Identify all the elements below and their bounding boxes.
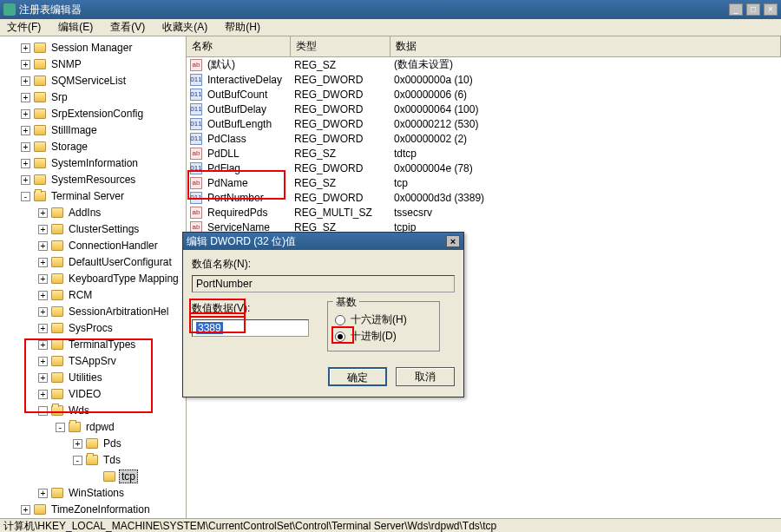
value-row[interactable]: 011 PdClass REG_DWORD 0x00000002 (2) [187,131,781,146]
value-row[interactable]: 011 PdFlag REG_DWORD 0x0000004e (78) [187,161,781,175]
col-data[interactable]: 数据 [390,36,781,56]
folder-icon [51,290,63,300]
value-row[interactable]: ab PdName REG_SZ tcp [187,175,781,190]
tree-expander[interactable]: + [38,390,48,399]
tree-item[interactable]: + DefaultUserConfigurat [2,255,175,269]
tree-expander[interactable]: + [38,274,48,284]
col-type[interactable]: 类型 [291,36,390,56]
tree-expander[interactable]: + [21,505,30,515]
tree-item[interactable]: + TSAppSrv [2,354,120,368]
tree-item[interactable]: + ClusterSettings [2,222,142,236]
tree-item[interactable]: + Session Manager [2,41,135,55]
tree-item[interactable]: + SNMP [2,57,85,71]
tree-item[interactable]: tcp [2,470,140,483]
dialog-close-button[interactable]: × [446,235,460,247]
value-data: 0x00000064 (100) [389,103,781,115]
tree-expander[interactable]: + [38,225,48,234]
menu-help[interactable]: 帮助(H) [221,18,264,36]
radio-hex[interactable]: 十六进制(H) [335,312,432,327]
tree-item[interactable]: + SystemInformation [2,156,141,170]
value-row[interactable]: 011 OutBufCount REG_DWORD 0x00000006 (6) [187,87,781,102]
tree-expander[interactable]: + [38,208,48,218]
tree-item[interactable]: + SrpExtensionConfig [2,107,147,121]
tree-expander[interactable]: + [38,241,48,251]
folder-icon [51,389,63,399]
tree-expander[interactable]: + [21,175,30,185]
tree-expander[interactable]: + [21,159,30,168]
tree-expander[interactable]: + [21,126,30,135]
tree-item[interactable]: + ConnectionHandler [2,239,161,253]
menu-bar: 文件(F) 编辑(E) 查看(V) 收藏夹(A) 帮助(H) [0,19,781,36]
value-row[interactable]: ab (默认) REG_SZ (数值未设置) [187,57,781,72]
registry-tree[interactable]: + Session Manager + SNMP + SQMServiceLis… [0,36,187,518]
tree-expander[interactable]: + [21,93,30,102]
tree-item[interactable]: + SessionArbitrationHel [2,305,172,319]
tree-expander[interactable]: + [38,340,48,350]
tree-expander[interactable]: + [38,324,48,333]
tree-item[interactable]: + Utilities [2,371,106,384]
tree-item[interactable]: - Terminal Server [2,189,128,203]
tree-expander[interactable]: + [38,291,48,300]
folder-icon [34,504,46,515]
folder-icon [51,224,63,234]
tree-label: StillImage [49,124,99,136]
ok-button[interactable]: 确定 [328,367,387,386]
value-row[interactable]: 011 OutBufDelay REG_DWORD 0x00000064 (10… [187,102,781,116]
tree-item[interactable]: + Pds [2,437,125,450]
value-name: (默认) [202,57,289,72]
tree-item[interactable]: + TimeZoneInformation [2,502,154,516]
menu-view[interactable]: 查看(V) [107,18,148,36]
tree-expander[interactable]: + [21,76,30,86]
tree-expander[interactable]: + [38,357,48,366]
minimize-button[interactable]: _ [729,3,743,16]
maximize-button[interactable]: □ [746,3,760,16]
menu-edit[interactable]: 编辑(E) [55,18,96,36]
tree-expander[interactable]: + [21,60,30,69]
tree-item[interactable]: + SQMServiceList [2,74,129,88]
col-name[interactable]: 名称 [187,36,291,56]
tree-expander[interactable]: + [38,489,48,498]
tree-item[interactable]: + Srp [2,90,71,104]
tree-expander[interactable]: - [21,192,30,201]
dialog-titlebar: 编辑 DWORD (32 位)值 × [183,233,463,250]
value-row[interactable]: ab RequiredPds REG_MULTI_SZ tssecsrv [187,205,781,220]
tree-expander[interactable]: - [56,423,65,432]
menu-file[interactable]: 文件(F) [3,18,44,36]
tree-item[interactable]: + StillImage [2,123,101,137]
value-row[interactable]: ab PdDLL REG_SZ tdtcp [187,146,781,161]
value-name: PortNumber [202,192,289,204]
tree-item[interactable]: - Wds [2,404,93,417]
tree-expander[interactable]: + [21,43,30,53]
tree-expander[interactable]: - [38,406,48,416]
tree-item[interactable]: + SystemResources [2,173,139,187]
tree-item[interactable]: + Storage [2,140,91,154]
tree-item[interactable]: - rdpwd [2,420,118,434]
value-row[interactable]: 011 OutBufLength REG_DWORD 0x00000212 (5… [187,116,781,131]
tree-expander[interactable]: + [38,307,48,317]
tree-expander[interactable]: + [38,373,48,383]
tree-expander[interactable]: + [38,258,48,267]
tree-item[interactable]: + SysProcs [2,321,116,335]
value-data-field[interactable]: 3389 [192,319,309,337]
value-row[interactable]: 011 PortNumber REG_DWORD 0x00000d3d (338… [187,190,781,205]
value-name: PdName [202,177,289,189]
close-button[interactable]: × [764,3,778,16]
tree-item[interactable]: + KeyboardType Mapping [2,272,182,286]
value-data: tdtcp [389,148,781,160]
tree-expander[interactable]: + [21,142,30,152]
tree-item[interactable]: + VIDEO [2,387,104,401]
tree-expander[interactable]: - [73,456,82,465]
value-row[interactable]: 011 InteractiveDelay REG_DWORD 0x0000000… [187,72,781,87]
tree-item[interactable]: + AddIns [2,206,104,220]
tree-label: DefaultUserConfigurat [67,256,174,268]
menu-favorites[interactable]: 收藏夹(A) [159,18,211,36]
tree-item[interactable]: + RCM [2,288,95,302]
cancel-button[interactable]: 取消 [396,367,455,386]
tree-expander[interactable]: + [21,109,30,119]
tree-label: WinStations [67,487,126,499]
tree-item[interactable]: - Tds [2,453,124,467]
tree-expander[interactable]: + [73,439,82,449]
radio-dec[interactable]: 十进制(D) [335,329,432,344]
tree-item[interactable]: + WinStations [2,486,128,500]
tree-item[interactable]: + TerminalTypes [2,338,139,351]
